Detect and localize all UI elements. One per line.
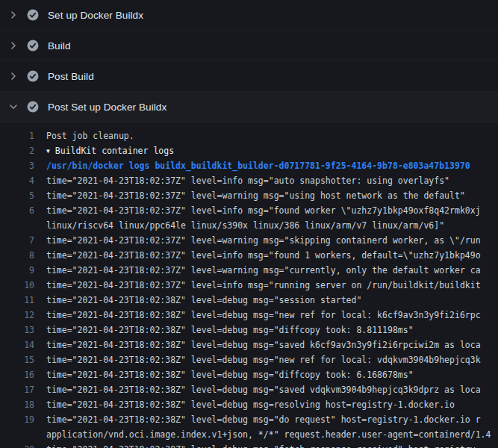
line-number[interactable]: 12: [0, 308, 46, 323]
log-line: 17time="2021-04-23T18:02:38Z" level=debu…: [0, 382, 498, 397]
log-text: time="2021-04-23T18:02:38Z" level=debug …: [46, 397, 498, 412]
line-number[interactable]: 4: [0, 173, 46, 188]
line-number: [0, 218, 46, 233]
log-text: time="2021-04-23T18:02:37Z" level=warnin…: [46, 263, 498, 278]
command-text: /usr/bin/docker logs buildx_buildkit_bui…: [46, 158, 498, 173]
chevron-right-icon: [7, 70, 19, 82]
actions-log-viewer: Set up Docker BuildxBuildPost BuildPost …: [0, 0, 498, 448]
log-line: 12time="2021-04-23T18:02:38Z" level=debu…: [0, 308, 498, 323]
section-title: Post Build: [48, 71, 94, 82]
log-line: 1Post job cleanup.: [0, 128, 498, 143]
section-header[interactable]: Build: [0, 31, 498, 61]
log-text[interactable]: ▼BuildKit container logs: [46, 143, 498, 158]
log-line: 5time="2021-04-23T18:02:37Z" level=warni…: [0, 188, 498, 203]
log-line: 16time="2021-04-23T18:02:38Z" level=debu…: [0, 367, 498, 382]
section-header[interactable]: Post Build: [0, 61, 498, 92]
log-text: time="2021-04-23T18:02:37Z" level=warnin…: [46, 188, 498, 203]
chevron-down-icon: [7, 101, 19, 113]
log-text: time="2021-04-23T18:02:38Z" level=debug …: [46, 442, 498, 448]
section-list: Set up Docker BuildxBuildPost BuildPost …: [0, 0, 498, 122]
line-number[interactable]: 14: [0, 337, 46, 352]
log-text: time="2021-04-23T18:02:38Z" level=debug …: [46, 293, 498, 308]
log-text: time="2021-04-23T18:02:37Z" level=info m…: [46, 248, 498, 263]
log-text: time="2021-04-23T18:02:38Z" level=debug …: [46, 352, 498, 367]
line-number[interactable]: 5: [0, 188, 46, 203]
line-number[interactable]: 7: [0, 233, 46, 248]
line-number[interactable]: 8: [0, 248, 46, 263]
group-label: BuildKit container logs: [55, 146, 174, 156]
log-text: linux/riscv64 linux/ppc64le linux/s390x …: [46, 218, 498, 233]
section-header[interactable]: Post Set up Docker Buildx: [0, 92, 498, 122]
line-number[interactable]: 20: [0, 442, 46, 448]
line-number[interactable]: 19: [0, 412, 46, 427]
check-circle-icon: [27, 70, 39, 82]
line-number[interactable]: 1: [0, 128, 46, 143]
log-line: 7time="2021-04-23T18:02:37Z" level=warni…: [0, 233, 498, 248]
log-line: 3/usr/bin/docker logs buildx_buildkit_bu…: [0, 158, 498, 173]
line-number[interactable]: 6: [0, 203, 46, 218]
log-line: 20time="2021-04-23T18:02:38Z" level=debu…: [0, 442, 498, 448]
log-text: time="2021-04-23T18:02:38Z" level=debug …: [46, 323, 498, 337]
check-circle-icon: [27, 101, 39, 113]
line-number: [0, 427, 46, 442]
section-title: Set up Docker Buildx: [48, 10, 143, 21]
line-number[interactable]: 3: [0, 158, 46, 173]
log-line: 15time="2021-04-23T18:02:38Z" level=debu…: [0, 352, 498, 367]
section-title: Build: [48, 40, 71, 52]
section-title: Post Set up Docker Buildx: [48, 102, 166, 113]
line-number[interactable]: 16: [0, 367, 46, 382]
line-number[interactable]: 17: [0, 382, 46, 397]
log-line: 10time="2021-04-23T18:02:37Z" level=info…: [0, 278, 498, 293]
log-text: time="2021-04-23T18:02:38Z" level=debug …: [46, 382, 498, 397]
log-line: 8time="2021-04-23T18:02:37Z" level=info …: [0, 248, 498, 263]
check-circle-icon: [27, 9, 39, 21]
chevron-right-icon: [7, 9, 19, 21]
log-line: 19time="2021-04-23T18:02:38Z" level=debu…: [0, 412, 498, 427]
log-text: time="2021-04-23T18:02:38Z" level=debug …: [46, 308, 498, 323]
log-line: 9time="2021-04-23T18:02:37Z" level=warni…: [0, 263, 498, 278]
log-text: time="2021-04-23T18:02:37Z" level=warnin…: [46, 233, 498, 248]
log-line: 2▼BuildKit container logs: [0, 143, 498, 158]
log-text: application/vnd.oci.image.index.v1+json,…: [46, 427, 498, 442]
line-number[interactable]: 18: [0, 397, 46, 412]
log-text: time="2021-04-23T18:02:37Z" level=info m…: [46, 203, 498, 218]
check-circle-icon: [27, 40, 39, 52]
log-text: Post job cleanup.: [46, 128, 498, 143]
log-text: time="2021-04-23T18:02:38Z" level=debug …: [46, 412, 498, 427]
section-header[interactable]: Set up Docker Buildx: [0, 0, 498, 31]
log-line: 18time="2021-04-23T18:02:38Z" level=debu…: [0, 397, 498, 412]
log-line: application/vnd.oci.image.index.v1+json,…: [0, 427, 498, 442]
log-line: 6time="2021-04-23T18:02:37Z" level=info …: [0, 203, 498, 218]
log-line: 14time="2021-04-23T18:02:38Z" level=debu…: [0, 337, 498, 352]
log-line: linux/riscv64 linux/ppc64le linux/s390x …: [0, 218, 498, 233]
line-number[interactable]: 10: [0, 278, 46, 293]
chevron-right-icon: [7, 40, 19, 52]
line-number[interactable]: 9: [0, 263, 46, 278]
log-body: 1Post job cleanup.2▼BuildKit container l…: [0, 122, 498, 448]
log-text: time="2021-04-23T18:02:37Z" level=info m…: [46, 173, 498, 188]
line-number[interactable]: 11: [0, 293, 46, 308]
log-line: 4time="2021-04-23T18:02:37Z" level=info …: [0, 173, 498, 188]
log-text: time="2021-04-23T18:02:38Z" level=debug …: [46, 367, 498, 382]
log-line: 13time="2021-04-23T18:02:38Z" level=debu…: [0, 323, 498, 337]
log-text: time="2021-04-23T18:02:38Z" level=debug …: [46, 337, 498, 352]
log-text: time="2021-04-23T18:02:37Z" level=info m…: [46, 278, 498, 293]
log-line: 11time="2021-04-23T18:02:38Z" level=debu…: [0, 293, 498, 308]
line-number[interactable]: 13: [0, 323, 46, 337]
group-toggle-icon[interactable]: ▼: [46, 144, 50, 158]
line-number[interactable]: 2: [0, 143, 46, 158]
line-number[interactable]: 15: [0, 352, 46, 367]
